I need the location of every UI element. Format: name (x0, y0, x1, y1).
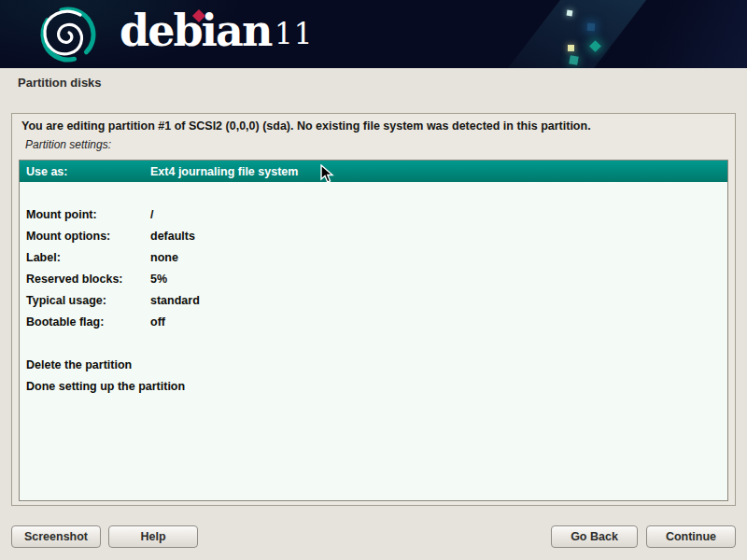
list-item-use-as[interactable]: Use as: Ext4 journaling file system (20, 161, 727, 182)
item-label: Delete the partition (26, 358, 150, 371)
item-label: Bootable flag: (26, 315, 150, 329)
item-value: 5% (150, 273, 167, 286)
list-item-label[interactable]: Label: none (20, 246, 727, 268)
partition-settings-label: Partition settings: (25, 138, 111, 151)
decor-square-teal (569, 55, 578, 64)
item-label: Done setting up the partition (26, 380, 150, 393)
item-label: Mount options: (26, 230, 150, 243)
item-value: standard (150, 294, 200, 307)
brand-version: 11 (275, 17, 313, 50)
decor-square-cyan (567, 10, 573, 17)
item-value: Ext4 journaling file system (150, 165, 298, 178)
item-value: off (150, 315, 165, 329)
item-label: Typical usage: (26, 294, 150, 307)
decor-square-blue (587, 23, 596, 32)
item-label: Label: (26, 251, 150, 264)
partition-info-heading: You are editing partition #1 of SCSI2 (0… (21, 119, 591, 133)
item-label: Use as: (26, 165, 150, 178)
partition-settings-list[interactable]: Use as: Ext4 journaling file system Moun… (19, 160, 728, 501)
item-value: none (150, 251, 178, 264)
screenshot-button[interactable]: Screenshot (11, 525, 101, 548)
item-label: Reserved blocks: (26, 273, 150, 286)
item-value: / (150, 208, 153, 221)
list-item-typical-usage[interactable]: Typical usage: standard (20, 289, 727, 311)
list-item-reserved-blocks[interactable]: Reserved blocks: 5% (20, 268, 727, 289)
continue-button[interactable]: Continue (646, 525, 736, 548)
list-item-bootable-flag[interactable]: Bootable flag: off (20, 311, 727, 332)
list-item-done-setting-up[interactable]: Done setting up the partition (20, 375, 727, 397)
go-back-button[interactable]: Go Back (551, 525, 638, 548)
banner-corner-band (598, 0, 747, 68)
decor-square-yellow (568, 45, 574, 51)
installer-banner: debian 11 (0, 0, 747, 68)
item-value: defaults (150, 230, 195, 243)
help-button[interactable]: Help (108, 525, 198, 548)
partition-info-panel: You are editing partition #1 of SCSI2 (0… (11, 113, 736, 506)
list-item-delete-partition[interactable]: Delete the partition (20, 354, 727, 375)
debian-swirl-logo (37, 3, 99, 64)
page-title: Partition disks (18, 76, 102, 90)
list-item-mount-options[interactable]: Mount options: defaults (20, 225, 727, 246)
item-label: Mount point: (26, 208, 150, 221)
list-item-mount-point[interactable]: Mount point: / (20, 203, 727, 225)
list-item-spacer (20, 332, 727, 354)
list-item-spacer (20, 182, 727, 203)
